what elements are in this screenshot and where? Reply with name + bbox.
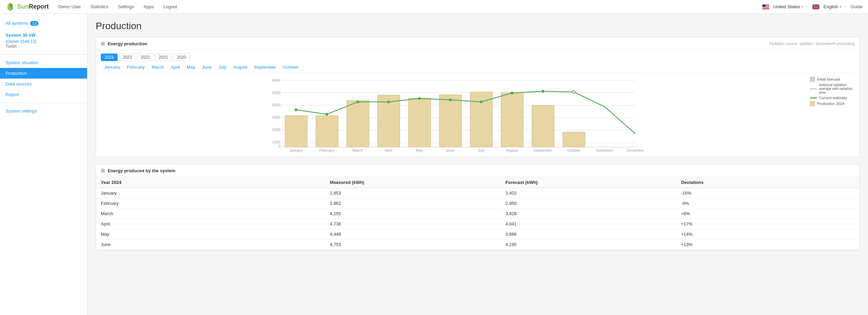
- cell-measured-0: 2,853: [325, 188, 501, 198]
- bar-august: [501, 93, 523, 147]
- cell-measured-5: 4,753: [325, 240, 501, 250]
- all-systems-link[interactable]: All systems 13: [0, 19, 87, 27]
- cell-month-0: January: [96, 188, 325, 198]
- legend-production-2024: Production 2024: [810, 101, 855, 106]
- svg-text:1000: 1000: [272, 140, 281, 144]
- table-header-row: Year 2024 Measured (kWh) Forecast (kWh) …: [96, 177, 859, 188]
- cell-measured-4: 4,448: [325, 229, 501, 240]
- svg-rect-8: [762, 8, 769, 9]
- production-chart: 6000 5000 4000 3000 2000 1000 0: [101, 77, 807, 152]
- language-label: English: [823, 4, 838, 9]
- table-row: February 2,862 2,950 -3%: [96, 198, 859, 209]
- th-year: Year 2024: [96, 177, 325, 188]
- nav-statistics[interactable]: Statistics: [89, 4, 110, 9]
- country-selector[interactable]: United States ▾: [773, 4, 803, 9]
- month-tab-january[interactable]: January: [101, 64, 123, 70]
- sidebar-item-system-settings[interactable]: System settings: [0, 106, 87, 116]
- month-tab-august[interactable]: August: [230, 64, 250, 70]
- month-tab-march[interactable]: March: [148, 64, 167, 70]
- year-tabs: 2024 2023 2022 2021 2020: [96, 50, 859, 61]
- cell-deviation-3: +17%: [676, 219, 859, 229]
- bar-february: [316, 116, 338, 147]
- svg-text:2000: 2000: [272, 128, 281, 132]
- language-selector[interactable]: English ▾: [823, 4, 841, 9]
- logo[interactable]: SunReport: [5, 2, 49, 12]
- month-tab-september[interactable]: September: [251, 64, 280, 70]
- forecast-dot-feb: [325, 113, 328, 116]
- forecast-dot-sep: [542, 90, 544, 93]
- svg-rect-18: [816, 4, 816, 9]
- sidebar-item-production[interactable]: Production: [0, 68, 87, 79]
- sidebar-item-report[interactable]: Report: [0, 89, 87, 100]
- year-tab-2020[interactable]: 2020: [173, 54, 190, 61]
- forecast-dot-may: [418, 97, 421, 100]
- legend-box-initial: [810, 77, 815, 82]
- month-tab-june[interactable]: June: [199, 64, 215, 70]
- year-tab-2021[interactable]: 2021: [155, 54, 172, 61]
- nav-settings[interactable]: Settings: [117, 4, 135, 9]
- table-section: Year 2024 Measured (kWh) Forecast (kWh) …: [96, 177, 859, 250]
- year-tab-2023[interactable]: 2023: [119, 54, 136, 61]
- month-tab-february[interactable]: February: [123, 64, 148, 70]
- table-row: April 4,738 4,041 +17%: [96, 219, 859, 229]
- logo-icon: [5, 2, 15, 12]
- cell-deviation-2: +8%: [676, 209, 859, 219]
- uk-flag-icon: [812, 4, 819, 9]
- legend-line-historical: [810, 89, 817, 89]
- all-systems-label: All systems: [5, 21, 28, 26]
- table-row: January 2,853 3,402 -16%: [96, 188, 859, 198]
- year-tab-2024[interactable]: 2024: [101, 54, 118, 61]
- cell-forecast-5: 4,195: [501, 240, 676, 250]
- cell-measured-3: 4,738: [325, 219, 501, 229]
- page-layout: All systems 13 System 30 kW (Owner 1548 …: [0, 14, 868, 315]
- nav-apps[interactable]: Apps: [142, 4, 155, 9]
- grid-icon-2: ⊞: [101, 168, 105, 173]
- cell-measured-2: 4,255: [325, 209, 501, 219]
- svg-text:6000: 6000: [272, 78, 281, 82]
- month-tab-may[interactable]: May: [183, 64, 199, 70]
- cell-month-5: June: [96, 240, 325, 250]
- cell-forecast-0: 3,402: [501, 188, 676, 198]
- legend-line-current: [810, 97, 817, 98]
- chart-area: 6000 5000 4000 3000 2000 1000 0: [96, 73, 859, 157]
- sunreport-flag-icon: [762, 4, 769, 9]
- cell-deviation-5: +13%: [676, 240, 859, 250]
- energy-data-table: Year 2024 Measured (kWh) Forecast (kWh) …: [96, 177, 859, 250]
- svg-text:0: 0: [278, 144, 281, 148]
- cell-month-4: May: [96, 229, 325, 240]
- svg-text:4000: 4000: [272, 103, 281, 107]
- bar-july: [470, 92, 492, 147]
- legend-label-production: Production 2024: [817, 102, 844, 106]
- card-header-table-left: ⊞ Energy produced by the system: [101, 168, 175, 173]
- month-tab-april[interactable]: April: [167, 64, 183, 70]
- system-owner[interactable]: (Owner 1548 12): [0, 39, 87, 44]
- system-name[interactable]: System 30 kW: [0, 31, 87, 39]
- table-row: May 4,448 3,886 +14%: [96, 229, 859, 240]
- cell-deviation-4: +14%: [676, 229, 859, 240]
- cell-forecast-2: 3,928: [501, 209, 676, 219]
- sidebar: All systems 13 System 30 kW (Owner 1548 …: [0, 14, 87, 315]
- forecast-dot-oct: [572, 91, 575, 93]
- energy-production-card: ⊞ Energy production Radiation source: sa…: [96, 37, 860, 157]
- card-header-energy-table: ⊞ Energy produced by the system: [96, 164, 859, 177]
- card-header-left: ⊞ Energy production: [101, 41, 147, 46]
- year-tab-2022[interactable]: 2022: [137, 54, 154, 61]
- bar-october: [563, 132, 585, 147]
- nav-right: United States ▾ | English ▾ | Guide: [762, 4, 863, 9]
- sidebar-item-system-situation[interactable]: System situation: [0, 57, 87, 68]
- bar-march: [347, 101, 369, 147]
- guide-link[interactable]: Guide: [851, 4, 863, 9]
- nav-logout[interactable]: Logout: [162, 4, 178, 9]
- nav-demo-user[interactable]: Demo User: [57, 4, 82, 9]
- sidebar-item-data-sources[interactable]: Data sources: [0, 79, 87, 89]
- svg-text:June: June: [446, 148, 454, 152]
- month-tab-july[interactable]: July: [215, 64, 230, 70]
- country-dropdown-arrow: ▾: [801, 5, 803, 9]
- all-systems-badge: 13: [30, 21, 38, 26]
- page-title: Production: [96, 21, 860, 32]
- svg-text:March: March: [353, 148, 363, 152]
- month-tab-october[interactable]: October: [279, 64, 302, 70]
- cell-deviation-1: -3%: [676, 198, 859, 209]
- country-label: United States: [773, 4, 800, 9]
- svg-text:December: December: [627, 148, 644, 152]
